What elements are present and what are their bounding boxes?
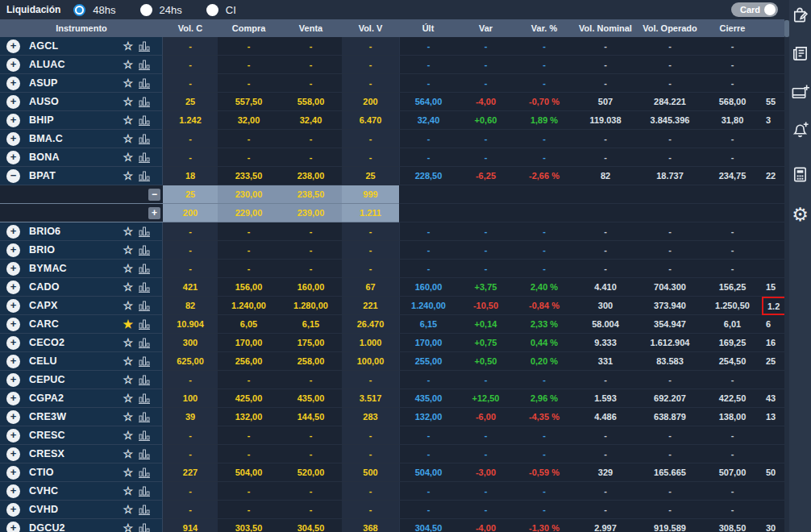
- chart-icon[interactable]: [139, 115, 151, 126]
- favorite-star-icon[interactable]: ★: [123, 318, 133, 330]
- favorite-star-icon[interactable]: ☆: [123, 430, 133, 441]
- expand-row-button[interactable]: +: [6, 281, 20, 294]
- chart-icon[interactable]: [139, 78, 151, 89]
- chart-icon[interactable]: [139, 523, 151, 532]
- expand-row-button[interactable]: +: [6, 447, 20, 461]
- expand-row-button[interactable]: +: [6, 262, 20, 276]
- favorite-star-icon[interactable]: ☆: [123, 448, 133, 459]
- expand-row-button[interactable]: +: [6, 114, 20, 127]
- favorite-star-icon[interactable]: ☆: [123, 300, 133, 311]
- expand-row-button[interactable]: +: [6, 243, 20, 257]
- chart-icon[interactable]: [139, 301, 151, 311]
- chart-icon[interactable]: [139, 356, 151, 367]
- column-header[interactable]: Últ: [399, 19, 457, 37]
- expand-row-button[interactable]: +: [6, 392, 20, 405]
- favorite-star-icon[interactable]: ☆: [123, 522, 133, 532]
- favorite-star-icon[interactable]: ☆: [123, 170, 133, 181]
- favorite-star-icon[interactable]: ☆: [123, 133, 133, 144]
- favorite-star-icon[interactable]: ☆: [123, 59, 133, 70]
- chart-icon[interactable]: [139, 97, 151, 107]
- chart-icon[interactable]: [139, 264, 151, 274]
- expand-row-button[interactable]: +: [6, 132, 20, 146]
- chart-icon[interactable]: [139, 338, 151, 348]
- favorite-star-icon[interactable]: ☆: [123, 467, 133, 478]
- column-header[interactable]: Var: [457, 19, 514, 37]
- favorite-star-icon[interactable]: ☆: [123, 114, 133, 126]
- settlement-option-24hs[interactable]: 24hs: [140, 4, 182, 16]
- portfolio-edit-icon[interactable]: [791, 5, 810, 24]
- favorite-star-icon[interactable]: ☆: [123, 152, 133, 163]
- favorite-star-icon[interactable]: ☆: [123, 504, 133, 515]
- chart-icon[interactable]: [139, 449, 151, 459]
- favorite-star-icon[interactable]: ☆: [123, 355, 133, 367]
- chart-icon[interactable]: [139, 152, 151, 163]
- expand-row-button[interactable]: +: [6, 95, 20, 109]
- column-header[interactable]: Venta: [280, 19, 342, 37]
- settings-icon[interactable]: ⚙: [791, 205, 810, 224]
- news-icon[interactable]: [791, 44, 810, 63]
- depth-add-button[interactable]: +: [148, 207, 160, 219]
- chart-icon[interactable]: [139, 412, 151, 422]
- column-header[interactable]: Instrumento: [0, 19, 163, 37]
- chart-icon[interactable]: [139, 468, 151, 478]
- favorite-star-icon[interactable]: ☆: [123, 281, 133, 293]
- expand-row-button[interactable]: +: [6, 77, 20, 90]
- calculator-icon[interactable]: [791, 164, 810, 184]
- card-view-toggle[interactable]: Card: [731, 2, 778, 17]
- favorite-star-icon[interactable]: ☆: [123, 485, 133, 497]
- favorite-star-icon[interactable]: ☆: [123, 40, 133, 52]
- chart-icon[interactable]: [139, 430, 151, 441]
- chart-icon[interactable]: [139, 41, 151, 52]
- collapse-row-button[interactable]: −: [6, 169, 20, 183]
- chart-icon[interactable]: [139, 319, 151, 330]
- expand-row-button[interactable]: +: [6, 503, 20, 517]
- depth-remove-button[interactable]: −: [148, 189, 160, 201]
- favorite-star-icon[interactable]: ☆: [123, 411, 133, 422]
- favorite-star-icon[interactable]: ☆: [123, 244, 133, 256]
- chart-icon[interactable]: [139, 227, 151, 237]
- chart-icon[interactable]: [139, 375, 151, 385]
- favorite-star-icon[interactable]: ☆: [123, 337, 133, 348]
- expand-row-button[interactable]: +: [6, 151, 20, 164]
- expand-row-button[interactable]: +: [6, 299, 20, 313]
- column-header[interactable]: Cierre: [703, 19, 762, 37]
- chart-icon[interactable]: [139, 245, 151, 256]
- chart-icon[interactable]: [139, 171, 151, 181]
- favorite-star-icon[interactable]: ☆: [123, 77, 133, 89]
- favorite-star-icon[interactable]: ☆: [123, 263, 133, 274]
- column-header[interactable]: Vol. Operado: [637, 19, 703, 37]
- chart-icon[interactable]: [139, 393, 151, 404]
- chart-icon[interactable]: [139, 282, 151, 293]
- add-panel-icon[interactable]: [791, 82, 810, 102]
- column-header[interactable]: Vol. C: [163, 19, 218, 37]
- expand-row-button[interactable]: +: [6, 355, 20, 368]
- favorite-star-icon[interactable]: ☆: [123, 96, 133, 107]
- chart-icon[interactable]: [139, 134, 151, 144]
- settlement-option-48hs[interactable]: 48hs: [73, 4, 115, 16]
- expand-row-button[interactable]: +: [6, 39, 20, 53]
- expand-row-button[interactable]: +: [6, 484, 20, 498]
- expand-row-button[interactable]: +: [6, 318, 20, 331]
- radio-icon[interactable]: [140, 4, 152, 16]
- favorite-star-icon[interactable]: ☆: [123, 374, 133, 385]
- expand-row-button[interactable]: +: [6, 429, 20, 443]
- chart-icon[interactable]: [139, 505, 151, 515]
- add-alert-icon[interactable]: [791, 119, 810, 139]
- expand-row-button[interactable]: +: [6, 336, 20, 350]
- expand-row-button[interactable]: +: [6, 58, 20, 72]
- settlement-option-CI[interactable]: CI: [206, 4, 236, 16]
- favorite-star-icon[interactable]: ☆: [123, 393, 133, 404]
- expand-row-button[interactable]: +: [6, 373, 20, 387]
- column-header[interactable]: Vol. Nominal: [574, 19, 637, 37]
- radio-icon[interactable]: [73, 4, 85, 16]
- column-header[interactable]: Compra: [218, 19, 280, 37]
- favorite-star-icon[interactable]: ☆: [123, 226, 133, 237]
- expand-row-button[interactable]: +: [6, 225, 20, 239]
- expand-row-button[interactable]: +: [6, 410, 20, 424]
- expand-row-button[interactable]: +: [6, 466, 20, 480]
- column-header[interactable]: Var. %: [514, 19, 574, 37]
- chart-icon[interactable]: [139, 60, 151, 70]
- expand-row-button[interactable]: +: [6, 522, 20, 532]
- radio-icon[interactable]: [206, 4, 218, 16]
- column-header[interactable]: Vol. V: [342, 19, 399, 37]
